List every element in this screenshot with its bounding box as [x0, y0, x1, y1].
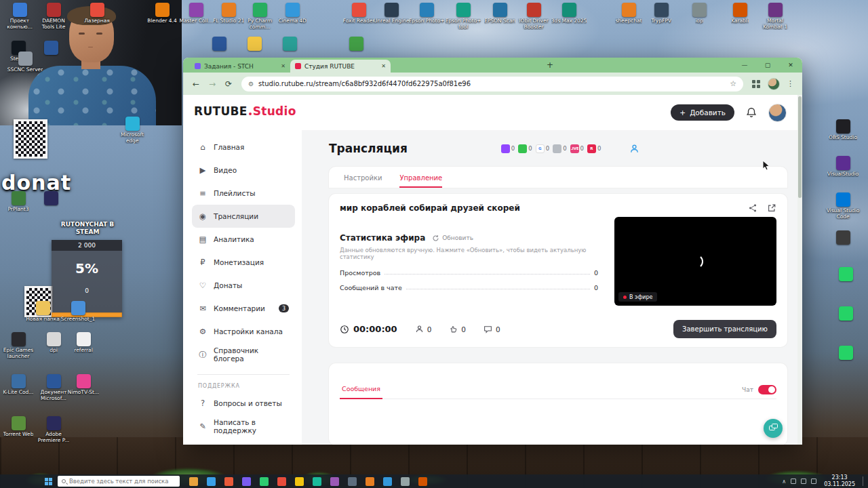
- tray-icon[interactable]: [791, 479, 796, 484]
- forward-button[interactable]: →: [205, 77, 220, 92]
- streamer-shirt: [28, 66, 156, 125]
- stats-heading-row: Статистика эфира Обновить: [340, 233, 598, 243]
- search-input[interactable]: [69, 478, 176, 485]
- video-preview[interactable]: В эфире: [614, 217, 776, 306]
- tray-icon[interactable]: [811, 479, 816, 484]
- extensions-icon[interactable]: [752, 80, 760, 88]
- start-button[interactable]: [45, 478, 48, 481]
- sidebar-item-label: Плейлисты: [214, 189, 256, 197]
- sidebar-item-label: Монетизация: [214, 258, 264, 266]
- url-input[interactable]: [258, 80, 725, 87]
- taskbar-search[interactable]: [58, 476, 180, 487]
- taskbar-app-icon[interactable]: [401, 477, 410, 486]
- platform-count: 0: [597, 145, 601, 152]
- taskbar-app-icon[interactable]: [260, 477, 269, 486]
- support-heading: ПОДДЕРЖКА: [198, 383, 289, 389]
- sidebar-item-icon: ✉: [198, 304, 208, 313]
- page-scrollbar[interactable]: [797, 95, 802, 445]
- messages-tab[interactable]: Сообщения: [340, 385, 382, 399]
- tray-expand-icon[interactable]: ∧: [782, 479, 786, 485]
- taskbar-app-icon[interactable]: [313, 477, 321, 486]
- show-desktop-button[interactable]: [863, 476, 865, 486]
- content-tab[interactable]: Управление: [399, 174, 442, 188]
- taskbar-app-icon[interactable]: [224, 477, 233, 486]
- end-stream-button[interactable]: Завершить трансляцию: [673, 320, 776, 338]
- main-header: Трансляция 0 0: [329, 130, 787, 167]
- site-settings-icon[interactable]: ⚙: [248, 81, 254, 87]
- scrollbar-thumb[interactable]: [798, 96, 802, 198]
- sidebar-item-icon: ♡: [198, 281, 208, 290]
- taskbar-app-icon[interactable]: [207, 477, 216, 486]
- minimize-button[interactable]: —: [733, 58, 756, 73]
- bookmark-star-icon[interactable]: ☆: [730, 79, 736, 88]
- rutube-studio-logo[interactable]: RUTUBE Studio: [194, 104, 296, 121]
- platform-stat: LIVE 0: [570, 144, 584, 153]
- support-items: ? Вопросы и ответы ✎ Написать в поддержк…: [192, 392, 295, 438]
- sidebar-item[interactable]: ≡ Плейлисты: [192, 182, 295, 205]
- sidebar-item[interactable]: ▶ Видео: [192, 159, 295, 182]
- platform-count: 0: [563, 145, 566, 152]
- app-body: ⌂ Главная ▶ Видео ≡ Плейли: [183, 130, 797, 445]
- user-avatar[interactable]: [768, 104, 787, 122]
- taskbar-clock[interactable]: 23:13 03.11.2025: [824, 474, 855, 488]
- refresh-button[interactable]: Обновить: [432, 235, 473, 242]
- browser-menu-icon[interactable]: ⋮: [787, 79, 794, 88]
- sidebar-item-icon: ≡: [198, 188, 208, 198]
- reload-button[interactable]: ⟳: [221, 77, 236, 92]
- url-bar[interactable]: ⚙ ☆: [241, 77, 743, 92]
- add-button[interactable]: + Добавить: [671, 104, 734, 121]
- taskbar-app-icon[interactable]: [295, 477, 304, 486]
- viewers-value: 0: [427, 325, 432, 333]
- taskbar-app-icon[interactable]: [383, 477, 392, 486]
- sidebar-item[interactable]: ◉ Трансляции: [192, 205, 295, 228]
- sidebar-item[interactable]: ✉ Комментарии 3: [192, 297, 295, 320]
- tab-close-icon[interactable]: ✕: [281, 63, 285, 69]
- stats-note: Данные обновляются вручную. Нажмите «Обн…: [340, 247, 598, 260]
- sidebar-item[interactable]: ₽ Монетизация: [192, 251, 295, 274]
- sidebar-item[interactable]: ♡ Донаты: [192, 274, 295, 297]
- share-icon[interactable]: [748, 203, 757, 213]
- back-button[interactable]: ←: [189, 77, 203, 92]
- taskbar-app-icon[interactable]: [366, 477, 374, 486]
- platform-stats: 0 0 G 0: [501, 144, 601, 153]
- sidebar-item[interactable]: ⚙ Настройки канала: [192, 320, 295, 343]
- loading-spinner-icon: [688, 254, 703, 269]
- sidebar-item[interactable]: ? Вопросы и ответы: [192, 392, 295, 415]
- browser-tab[interactable]: Задания - STCH ✕: [190, 60, 290, 73]
- platform-stat: G 0: [536, 144, 549, 153]
- profile-person-icon[interactable]: [629, 144, 639, 154]
- streamer-face: [69, 8, 114, 62]
- live-badge: В эфире: [618, 292, 657, 302]
- comment-icon: [484, 325, 492, 333]
- sidebar-item-icon: ◉: [198, 211, 208, 221]
- taskbar-app-icon[interactable]: [418, 477, 427, 486]
- browser-tab[interactable]: Студия RUTUBE ✕: [290, 60, 391, 73]
- sidebar-item[interactable]: ✎ Написать в поддержку: [192, 415, 295, 438]
- maximize-button[interactable]: ▢: [756, 58, 779, 73]
- external-link-icon[interactable]: [767, 203, 776, 213]
- taskbar-app-icon[interactable]: [242, 477, 251, 486]
- sidebar-item-label: Вопросы и ответы: [214, 399, 282, 407]
- taskbar-app-icon[interactable]: [330, 477, 339, 486]
- taskbar-app-icon[interactable]: [277, 477, 286, 486]
- stream-title: мир кораблей собирай друзей скорей: [340, 203, 520, 213]
- close-button[interactable]: ✕: [779, 58, 802, 73]
- sidebar-item[interactable]: ▤ Аналитика: [192, 228, 295, 251]
- messages-tab-row: Сообщения Чат: [340, 363, 776, 399]
- chat-toggle-switch[interactable]: [758, 385, 776, 394]
- chat-windows-icon: [772, 424, 778, 428]
- browser-profile-avatar[interactable]: [768, 78, 780, 90]
- stat-value: 0: [594, 284, 598, 291]
- taskbar-app-icon[interactable]: [348, 477, 357, 486]
- content-tab[interactable]: Настройки: [344, 174, 382, 188]
- sidebar-item-icon: ▶: [198, 165, 208, 175]
- chat-fab[interactable]: [764, 419, 783, 438]
- tab-close-icon[interactable]: ✕: [381, 63, 386, 69]
- stat-rows: Просмотров 0 Сообщений в чате 0: [340, 269, 598, 291]
- sidebar-item[interactable]: ⌂ Главная: [192, 136, 295, 159]
- sidebar-item[interactable]: ⓘ Справочник блогера: [192, 343, 295, 366]
- new-tab-button[interactable]: +: [543, 58, 557, 72]
- notification-bell-icon[interactable]: [745, 106, 757, 119]
- tray-icon[interactable]: [801, 479, 806, 484]
- taskbar-app-icon[interactable]: [189, 477, 198, 486]
